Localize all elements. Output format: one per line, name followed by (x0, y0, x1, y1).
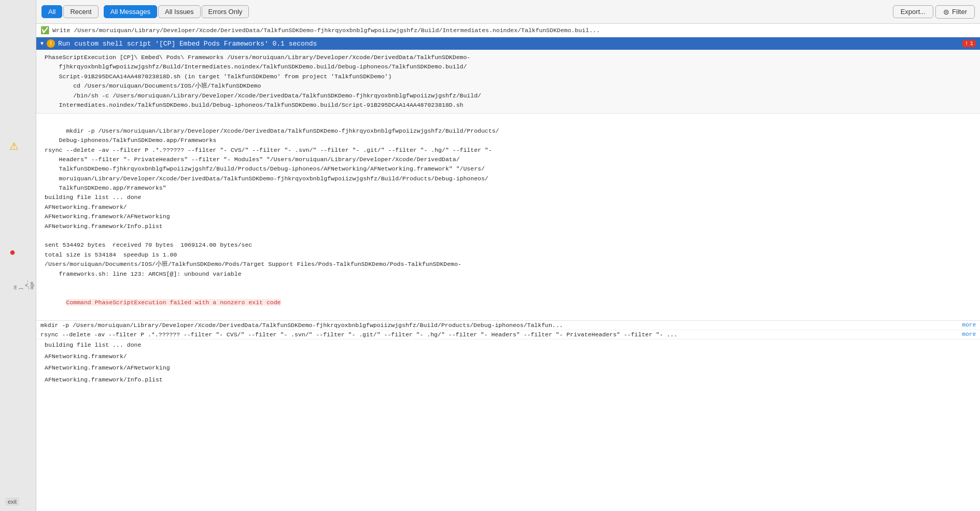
filter-label: Filter (952, 8, 967, 16)
sidebar-text: re ) _A... age (12, 280, 35, 290)
collapsed-row-1: mkdir -p /Users/moruiquan/Library/Develo… (36, 321, 980, 330)
message-btn-group: All Messages All Issues Errors Only (104, 5, 249, 18)
filter-icon: ⊜ (943, 8, 949, 16)
btn-all[interactable]: All (41, 5, 62, 18)
error-badge: ! 1 (962, 40, 976, 47)
plain-row-3: AFNetworking.framework/Info.plist (36, 374, 980, 386)
error-content-text: mkdir -p /Users/moruiquan/Library/Develo… (45, 127, 499, 277)
plain-row-1: AFNetworking.framework/ (36, 351, 980, 362)
filter-btn-group: All Recent (41, 5, 99, 18)
header-warning-icon: ! (47, 39, 55, 48)
toolbar: All Recent All Messages All Issues Error… (36, 0, 980, 24)
collapsed-row-2-text: rsync --delete -av --filter P .*.?????? … (40, 331, 958, 338)
main-panel: All Recent All Messages All Issues Error… (36, 0, 980, 511)
header-row[interactable]: ▼ ! Run custom shell script '[CP] Embed … (36, 37, 980, 50)
success-row: ✅ Write /Users/moruiquan/Library/Develop… (36, 24, 980, 37)
more-link-1[interactable]: more (962, 322, 976, 328)
sidebar-error-icon: ● (9, 246, 16, 258)
collapsed-row-1-text: mkdir -p /Users/moruiquan/Library/Develo… (40, 322, 958, 329)
header-title: Run custom shell script '[CP] Embed Pods… (58, 40, 317, 48)
badge-icon: ! (965, 40, 969, 47)
error-highlight-line: Command PhaseScriptExecution failed with… (66, 299, 281, 306)
btn-errors-only[interactable]: Errors Only (202, 5, 249, 18)
script-content: PhaseScriptExecution [CP]\ Embed\ Pods\ … (36, 50, 980, 113)
sidebar: ⚠ ● re ) _A... age exit (0, 0, 36, 511)
chevron-icon: ▼ (40, 41, 44, 47)
btn-all-messages[interactable]: All Messages (104, 5, 157, 18)
sidebar-warning-icon: ⚠ (9, 140, 19, 152)
sidebar-exit-label: exit (5, 498, 19, 506)
badge-count: 1 (970, 40, 973, 47)
error-content-block: mkdir -p /Users/moruiquan/Library/Develo… (36, 113, 980, 320)
more-link-2[interactable]: more (962, 331, 976, 337)
success-row-text: Write /Users/moruiquan/Library/Developer… (52, 27, 600, 34)
collapsed-row-2: rsync --delete -av --filter P .*.?????? … (36, 330, 980, 339)
export-button[interactable]: Export... (893, 5, 933, 18)
plain-row-0: building file list ... done (36, 339, 980, 351)
filter-button[interactable]: ⊜ Filter (935, 5, 975, 19)
plain-row-2: AFNetworking.framework/AFNetworking (36, 362, 980, 374)
log-area[interactable]: ✅ Write /Users/moruiquan/Library/Develop… (36, 24, 980, 511)
btn-recent[interactable]: Recent (63, 5, 98, 18)
btn-all-issues[interactable]: All Issues (158, 5, 201, 18)
success-icon: ✅ (40, 26, 49, 35)
